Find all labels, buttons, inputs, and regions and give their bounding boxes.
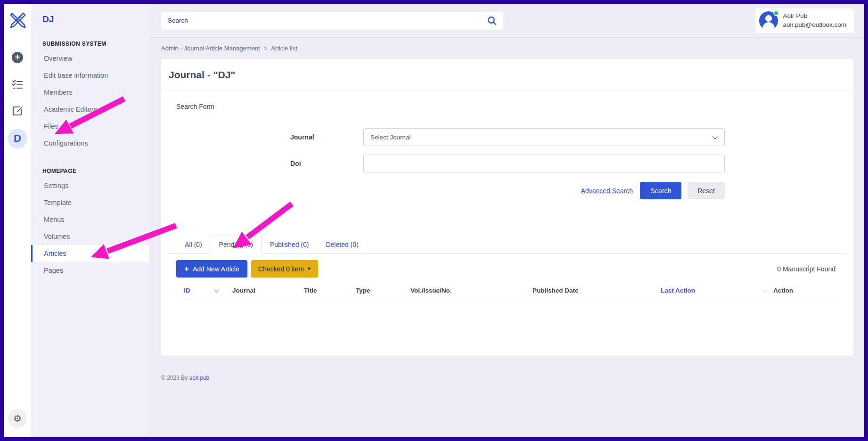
chevron-down-icon <box>712 134 717 139</box>
column-vol-issue-no: Vol./Issue/No. <box>410 287 532 294</box>
global-search <box>161 12 503 30</box>
add-new-article-label: Add New Article <box>193 265 239 273</box>
breadcrumb-article-list[interactable]: Article list <box>271 45 297 52</box>
page-title: Journal - "DJ" <box>169 69 846 81</box>
copyright-text: © 2023 By <box>161 375 188 381</box>
footer-link-aolr-pub[interactable]: aolr.pub <box>189 375 210 381</box>
online-status-dot <box>773 10 779 16</box>
column-type: Type <box>356 287 410 294</box>
search-form: Journal Select Journal Doi Advanced Sear… <box>290 128 725 199</box>
plus-glyph: + <box>12 52 23 63</box>
sidebar-section-homepage: HOMEPAGE <box>31 168 149 177</box>
add-new-article-button[interactable]: + Add New Article <box>176 260 247 278</box>
sidebar-item-academic-editors[interactable]: Academic Editors <box>31 101 149 118</box>
sidebar-journal-title: DJ <box>31 14 149 24</box>
sidebar-item-menus[interactable]: Menus <box>31 211 149 228</box>
column-last-action[interactable]: Last Action <box>661 287 773 294</box>
user-name: Aolr Pub <box>783 12 846 20</box>
breadcrumb-admin-journal-article-management[interactable]: Admin - Journal Article Management <box>161 45 260 52</box>
breadcrumb-separator: > <box>264 45 268 52</box>
compose-edit-icon[interactable] <box>12 106 23 116</box>
add-icon[interactable]: + <box>12 52 23 63</box>
search-form-label: Search Form <box>169 103 846 110</box>
user-email: aolr.pub@outlook.com <box>783 21 846 29</box>
journal-d-avatar[interactable]: D <box>8 129 27 148</box>
column-title: Title <box>304 287 356 294</box>
sort-chevron-icon[interactable] <box>763 287 768 292</box>
sidebar-item-pages[interactable]: Pages <box>31 262 149 279</box>
table-empty-body <box>169 300 846 356</box>
tab-published[interactable]: Published (0) <box>262 236 318 253</box>
sidebar-item-members[interactable]: Members <box>31 84 149 101</box>
doi-label: Doi <box>290 160 363 167</box>
sidebar-item-template[interactable]: Template <box>31 194 149 211</box>
table-header-row: ID Journal Title Type Vol./Issue/No. Pub… <box>184 287 838 300</box>
tab-pending[interactable]: Pending (0) <box>211 236 262 253</box>
tab-deleted[interactable]: Deleted (0) <box>317 236 367 253</box>
topbar: Aolr Pub aolr.pub@outlook.com <box>149 4 864 38</box>
main-area: Aolr Pub aolr.pub@outlook.com Admin - Jo… <box>149 4 864 437</box>
column-id[interactable]: ID <box>184 287 232 294</box>
caret-down-icon <box>307 268 311 270</box>
sidebar: DJ SUBMISSION SYSTEM Overview Edit base … <box>31 4 149 437</box>
manuscript-count: 0 Manuscript Found <box>777 265 835 273</box>
app-window: + D ⚙ DJ SUBMISSION SYSTEM Overview Edit… <box>0 0 868 441</box>
icon-rail: + D ⚙ <box>4 4 31 437</box>
search-input[interactable] <box>161 12 503 30</box>
column-id-label: ID <box>184 287 190 294</box>
sidebar-item-settings[interactable]: Settings <box>31 177 149 194</box>
article-status-tabs: All (0) Pending (0) Published (0) Delete… <box>169 235 846 253</box>
journal-select[interactable]: Select Journal <box>363 128 725 146</box>
sidebar-item-articles[interactable]: Articles <box>31 245 149 262</box>
checked-items-dropdown[interactable]: Checked 0 item <box>251 260 318 278</box>
journal-select-value: Select Journal <box>370 134 411 141</box>
reset-button[interactable]: Reset <box>688 182 725 199</box>
column-published-date: Published Date <box>532 287 661 294</box>
gear-icon[interactable]: ⚙ <box>8 409 27 428</box>
column-journal: Journal <box>232 287 304 294</box>
user-avatar <box>759 11 778 30</box>
column-action: Action <box>773 287 838 294</box>
checked-items-label: Checked 0 item <box>258 265 304 273</box>
tab-all[interactable]: All (0) <box>176 236 211 253</box>
sidebar-item-volumes[interactable]: Volumes <box>31 228 149 245</box>
footer: © 2023 By aolr.pub <box>149 356 864 381</box>
plus-icon: + <box>184 264 189 274</box>
advanced-search-link[interactable]: Advanced Search <box>581 187 633 195</box>
breadcrumb: Admin - Journal Article Management > Art… <box>149 38 864 58</box>
search-button[interactable]: Search <box>640 182 681 199</box>
sidebar-item-configurations[interactable]: Configurations <box>31 135 149 152</box>
search-icon[interactable] <box>486 15 498 26</box>
sidebar-section-submission-system: SUBMISSION SYSTEM <box>31 41 149 50</box>
sidebar-item-overview[interactable]: Overview <box>31 50 149 67</box>
checklist-icon[interactable] <box>12 79 23 90</box>
sidebar-item-files[interactable]: Files <box>31 118 149 135</box>
journal-label: Journal <box>290 133 363 141</box>
card-header: Journal - "DJ" <box>161 59 853 90</box>
sort-chevron-icon[interactable] <box>214 287 219 292</box>
sidebar-item-edit-base-information[interactable]: Edit base information <box>31 67 149 84</box>
content-card: Journal - "DJ" Search Form Journal Selec… <box>161 59 853 356</box>
app-logo-crossed-pencils-icon[interactable] <box>8 10 27 29</box>
doi-input[interactable] <box>363 155 725 172</box>
list-toolbar: + Add New Article Checked 0 item 0 Manus… <box>176 260 846 278</box>
column-last-action-label: Last Action <box>661 287 695 294</box>
user-menu[interactable]: Aolr Pub aolr.pub@outlook.com <box>755 8 854 33</box>
